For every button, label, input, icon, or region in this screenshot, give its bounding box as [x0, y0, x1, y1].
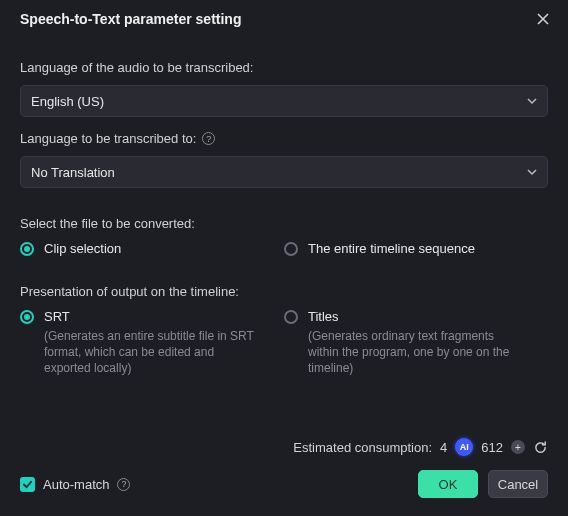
- source-language-label: Language of the audio to be transcribed:: [20, 60, 548, 75]
- help-icon[interactable]: ?: [202, 132, 215, 145]
- estimated-value: 4: [440, 440, 447, 455]
- button-row: Auto-match ? OK Cancel: [20, 470, 548, 498]
- presentation-label: Presentation of output on the timeline:: [20, 284, 548, 299]
- radio-clip-label: Clip selection: [44, 241, 121, 256]
- radio-titles-label: Titles: [308, 309, 528, 324]
- help-icon[interactable]: ?: [117, 478, 130, 491]
- source-language-select[interactable]: English (US): [20, 85, 548, 117]
- radio-icon: [20, 310, 34, 324]
- refresh-icon: [533, 440, 548, 455]
- radio-timeline-label: The entire timeline sequence: [308, 241, 475, 256]
- target-language-value: No Translation: [31, 165, 115, 180]
- file-select-label: Select the file to be converted:: [20, 216, 548, 231]
- target-language-select[interactable]: No Translation: [20, 156, 548, 188]
- dialog-body: Language of the audio to be transcribed:…: [0, 36, 568, 377]
- target-language-label-text: Language to be transcribed to:: [20, 131, 196, 146]
- stt-settings-dialog: Speech-to-Text parameter setting Languag…: [0, 0, 568, 516]
- radio-srt[interactable]: SRT (Generates an entire subtitle file i…: [20, 309, 284, 377]
- add-credits-button[interactable]: +: [511, 440, 525, 454]
- close-icon: [537, 13, 549, 25]
- estimated-row: Estimated consumption: 4 AI 612 +: [20, 438, 548, 456]
- close-button[interactable]: [534, 10, 552, 28]
- radio-srt-label: SRT: [44, 309, 264, 324]
- ai-badge-icon: AI: [455, 438, 473, 456]
- chevron-down-icon: [527, 165, 537, 180]
- target-language-label: Language to be transcribed to: ?: [20, 131, 548, 146]
- checkbox-checked-icon: [20, 477, 35, 492]
- radio-titles-desc: (Generates ordinary text fragments withi…: [308, 328, 528, 377]
- ok-button[interactable]: OK: [418, 470, 478, 498]
- radio-entire-timeline[interactable]: The entire timeline sequence: [284, 241, 548, 256]
- radio-clip-selection[interactable]: Clip selection: [20, 241, 284, 256]
- estimated-label: Estimated consumption:: [293, 440, 432, 455]
- radio-icon: [284, 242, 298, 256]
- radio-srt-desc: (Generates an entire subtitle file in SR…: [44, 328, 264, 377]
- action-buttons: OK Cancel: [418, 470, 548, 498]
- dialog-title: Speech-to-Text parameter setting: [20, 11, 241, 27]
- radio-titles[interactable]: Titles (Generates ordinary text fragment…: [284, 309, 548, 377]
- dialog-footer: Estimated consumption: 4 AI 612 + Auto-m…: [0, 426, 568, 516]
- presentation-group: SRT (Generates an entire subtitle file i…: [20, 309, 548, 377]
- automatch-checkbox[interactable]: Auto-match ?: [20, 477, 130, 492]
- titlebar: Speech-to-Text parameter setting: [0, 0, 568, 36]
- refresh-button[interactable]: [533, 440, 548, 455]
- radio-srt-texts: SRT (Generates an entire subtitle file i…: [44, 309, 264, 377]
- radio-icon: [20, 242, 34, 256]
- file-select-group: Clip selection The entire timeline seque…: [20, 241, 548, 256]
- chevron-down-icon: [527, 94, 537, 109]
- radio-titles-texts: Titles (Generates ordinary text fragment…: [308, 309, 528, 377]
- radio-icon: [284, 310, 298, 324]
- source-language-value: English (US): [31, 94, 104, 109]
- automatch-label: Auto-match: [43, 477, 109, 492]
- credits-value: 612: [481, 440, 503, 455]
- cancel-button[interactable]: Cancel: [488, 470, 548, 498]
